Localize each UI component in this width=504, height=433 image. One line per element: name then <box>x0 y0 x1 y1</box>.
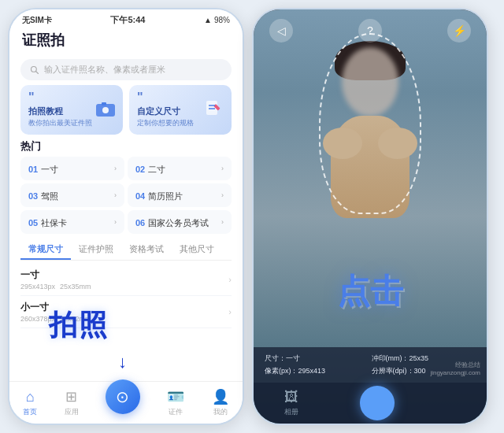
hot-name-1: 一寸 <box>41 165 58 174</box>
size-info: 尺寸：一寸 <box>265 353 369 364</box>
size-arrow-1: › <box>228 275 232 284</box>
svg-line-1 <box>36 71 39 73</box>
nav-id-label: 证件 <box>169 407 183 417</box>
size-dim1-1: 295x413px <box>20 283 55 291</box>
size-name-1: 一寸 <box>20 268 91 282</box>
tab-other[interactable]: 其他尺寸 <box>172 240 222 260</box>
right-phone: ◁ ? ⚡ 点击 尺寸：一寸 冲印(mm)：25x35 像素(px)：295x4… <box>252 8 488 425</box>
camera-top-bar: ◁ ? ⚡ <box>254 9 487 49</box>
album-icon: 🖼 <box>284 389 298 405</box>
face-outline-guide <box>319 33 421 214</box>
hot-num-5: 05 <box>28 218 38 228</box>
flash-button[interactable]: ⚡ <box>447 19 471 43</box>
id-icon: 🪪 <box>167 388 184 405</box>
hot-arrow-1: › <box>114 165 117 172</box>
status-bar-left: 无SIM卡 下午5:44 ▲ 98% <box>9 9 243 28</box>
size-arrow-2: › <box>228 307 232 316</box>
hot-num-4: 04 <box>135 191 145 201</box>
hot-num-2: 02 <box>135 165 145 174</box>
hot-arrow-2: › <box>221 165 224 172</box>
tab-exam[interactable]: 资格考试 <box>121 240 172 260</box>
size-dim2-1: 25x35mm <box>60 283 91 291</box>
search-bar[interactable]: 输入证件照名称、像素或者厘米 <box>20 59 232 80</box>
back-button[interactable]: ◁ <box>269 19 293 43</box>
home-icon: ⌂ <box>26 389 35 405</box>
search-icon <box>30 65 39 75</box>
bottom-nav-left: ⌂ 首页 ⊞ 应用 ⊙ 🪪 证件 👤 我的 <box>9 381 243 424</box>
svg-point-3 <box>102 107 109 113</box>
nav-apps[interactable]: ⊞ 应用 <box>65 388 79 417</box>
promo-cards: " 拍照教程 教你拍出最美证件照 " 自定义尺寸 定制你想要的规格 <box>20 85 232 135</box>
nav-apps-label: 应用 <box>65 407 79 417</box>
nav-home[interactable]: ⌂ 首页 <box>23 389 37 417</box>
watermark: 经验总结jingyanzongji.com <box>430 361 480 376</box>
promo-icon-2 <box>203 98 225 123</box>
hot-arrow-5: › <box>114 218 117 226</box>
profile-icon: 👤 <box>212 388 229 405</box>
dpi-info-value: 分辨率(dpi)：300 <box>372 366 426 376</box>
hot-num-6: 06 <box>135 218 145 228</box>
hot-arrow-3: › <box>114 191 117 199</box>
album-label: 相册 <box>284 407 298 417</box>
status-right: ▲ 98% <box>204 16 230 24</box>
paizhao-overlay-text: 拍照 <box>49 306 109 345</box>
hot-item-1[interactable]: 01一寸 › <box>20 157 124 180</box>
hot-name-5: 社保卡 <box>41 218 67 228</box>
tab-passport[interactable]: 证件护照 <box>71 240 121 260</box>
print-info-value: 冲印(mm)：25x35 <box>372 353 429 364</box>
left-phone: 无SIM卡 下午5:44 ▲ 98% 证照拍 输入证件照名称、像素或者厘米 " … <box>8 8 244 425</box>
carrier-label: 无SIM卡 <box>22 15 52 26</box>
camera-bottom-bar: 🖼 相册 <box>254 383 487 424</box>
hot-section-title: 热门 <box>20 139 232 154</box>
promo-card-tutorial[interactable]: " 拍照教程 教你拍出最美证件照 <box>20 85 123 135</box>
hot-name-2: 二寸 <box>148 165 165 174</box>
svg-rect-4 <box>102 102 106 105</box>
nav-profile-label: 我的 <box>213 407 228 417</box>
album-nav[interactable]: 🖼 相册 <box>284 389 298 417</box>
hot-item-3[interactable]: 03驾照 › <box>20 183 124 207</box>
time-label: 下午5:44 <box>110 14 145 26</box>
size-info-value: 尺寸：一寸 <box>265 353 300 364</box>
apps-icon: ⊞ <box>65 388 77 405</box>
hot-num-1: 01 <box>28 165 38 174</box>
app-header: 证照拍 <box>9 28 243 54</box>
hot-item-4[interactable]: 04简历照片 › <box>128 183 232 207</box>
hot-item-5[interactable]: 05社保卡 › <box>20 210 124 234</box>
camera-promo-icon <box>94 98 117 120</box>
nav-home-label: 首页 <box>23 407 37 417</box>
hot-item-6[interactable]: 06国家公务员考试 › <box>128 210 232 234</box>
hot-item-2[interactable]: 02二寸 › <box>128 157 232 180</box>
size-item-1[interactable]: 一寸 295x413px 25x35mm › <box>20 264 232 296</box>
hot-grid: 01一寸 › 02二寸 › 03驾照 › 04简历照片 › 05社保卡 › 06… <box>20 157 232 234</box>
nav-id[interactable]: 🪪 证件 <box>167 388 184 417</box>
search-placeholder: 输入证件照名称、像素或者厘米 <box>44 64 165 76</box>
hot-num-3: 03 <box>28 191 38 201</box>
camera-center-icon: ⊙ <box>116 387 129 406</box>
dianji-overlay-text: 点击 <box>337 269 403 313</box>
hot-arrow-4: › <box>221 191 224 199</box>
pixel-info: 像素(px)：295x413 <box>265 366 369 376</box>
hot-name-4: 简历照片 <box>148 191 183 201</box>
nav-camera-center[interactable]: ⊙ <box>106 392 140 414</box>
hot-name-6: 国家公务员考试 <box>148 218 209 228</box>
wifi-icon: ▲ <box>204 16 212 24</box>
shutter-button[interactable] <box>360 386 395 420</box>
promo-icon-1 <box>94 98 117 123</box>
camera-button[interactable]: ⊙ <box>106 379 140 414</box>
arrow-down-icon: ↓ <box>118 352 127 372</box>
battery-label: 98% <box>214 16 230 24</box>
hot-name-3: 驾照 <box>41 191 58 201</box>
size-tabs: 常规尺寸 证件护照 资格考试 其他尺寸 <box>20 240 232 261</box>
app-title: 证照拍 <box>22 31 230 50</box>
hot-arrow-6: › <box>221 218 224 226</box>
nav-profile[interactable]: 👤 我的 <box>212 388 229 417</box>
promo-card-custom[interactable]: " 自定义尺寸 定制你想要的规格 <box>129 85 232 135</box>
pencil-promo-icon <box>203 98 225 120</box>
pixel-info-value: 像素(px)：295x413 <box>265 366 325 376</box>
help-button[interactable]: ? <box>358 19 382 43</box>
tab-regular[interactable]: 常规尺寸 <box>20 240 71 260</box>
